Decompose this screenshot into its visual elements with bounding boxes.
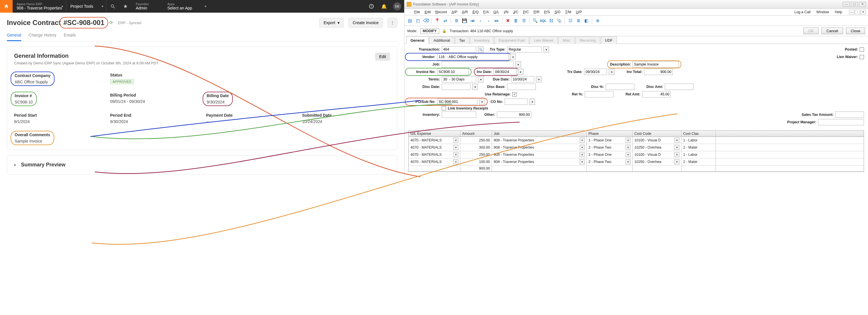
trash-icon[interactable]: 🗑: [512, 17, 520, 24]
lien-waiver-checkbox[interactable]: [860, 55, 864, 59]
attach-icon[interactable]: 📎: [555, 17, 563, 24]
menu-help[interactable]: Help: [832, 9, 844, 15]
formtab-additional[interactable]: Additional: [429, 36, 454, 44]
avatar[interactable]: DE: [393, 2, 401, 10]
disc-base-input[interactable]: [507, 84, 536, 90]
grid-row[interactable]: 4070 - MATERIALS▾100.00908 - Traverse Pr…: [409, 159, 864, 166]
prev-icon[interactable]: ‹: [477, 17, 484, 24]
inv-date-drop[interactable]: ▾: [518, 69, 524, 75]
col-ph[interactable]: Phase: [587, 131, 632, 137]
co-no-input[interactable]: [505, 98, 528, 105]
job-drop[interactable]: ▾: [515, 61, 521, 67]
pin-icon[interactable]: 📍: [433, 17, 441, 24]
col-job[interactable]: Job: [492, 131, 587, 137]
inventory-input[interactable]: [442, 112, 476, 118]
export-button[interactable]: Export ▾: [319, 18, 344, 28]
menu-jc[interactable]: J/C: [510, 9, 521, 15]
col-cc[interactable]: Cost Code: [632, 131, 681, 137]
posted-checkbox[interactable]: [860, 48, 864, 52]
ret-amt-input[interactable]: [642, 91, 671, 97]
col-ccl[interactable]: Cost Clas: [681, 131, 716, 137]
favorites-menu[interactable]: Favorites Admin: [132, 0, 163, 12]
co-no-drop[interactable]: ▾: [529, 98, 535, 105]
checklist-icon[interactable]: ☑: [567, 17, 574, 24]
menu-window[interactable]: Window: [814, 9, 831, 15]
edit-button[interactable]: Edit: [375, 53, 390, 61]
create-invoice-button[interactable]: Create Invoice: [348, 18, 383, 28]
formtab-udf[interactable]: UDF: [601, 36, 617, 44]
menu-tm[interactable]: T/M: [563, 9, 574, 15]
list-icon[interactable]: ☰: [520, 17, 528, 24]
favorite-button[interactable]: ★: [119, 0, 132, 12]
disc-pct-input[interactable]: [606, 84, 634, 90]
mdi-close-button[interactable]: ✕: [861, 10, 866, 15]
mdi-minimize-button[interactable]: —: [849, 10, 854, 15]
terms-input[interactable]: [442, 76, 476, 83]
document-icon[interactable]: 🗎: [575, 17, 582, 24]
menu-up[interactable]: U/P: [574, 9, 584, 15]
globe-icon[interactable]: ⊕: [594, 17, 601, 24]
inv-date-input[interactable]: [494, 69, 517, 75]
last-icon[interactable]: ⏭: [493, 17, 500, 24]
po-sub-drop[interactable]: ▾: [479, 98, 485, 105]
grid-row[interactable]: 4070 - MATERIALS▾250.00908 - Traverse Pr…: [409, 137, 864, 144]
delete-box-icon[interactable]: ⌫: [422, 17, 430, 24]
menu-pr[interactable]: P/R: [531, 9, 542, 15]
project-manager-input[interactable]: [818, 119, 864, 125]
menu-ap[interactable]: A/P: [449, 9, 460, 15]
menu-pc[interactable]: P/C: [521, 9, 531, 15]
trx-date-input[interactable]: [584, 69, 607, 75]
grid-row[interactable]: 4070 - MATERIALS▾300.00908 - Traverse Pr…: [409, 144, 864, 151]
menu-ar[interactable]: A/R: [460, 9, 470, 15]
notifications-button[interactable]: 🔔: [378, 0, 391, 12]
window-icon[interactable]: ◰: [414, 17, 422, 24]
search-icon[interactable]: 🔍: [531, 17, 539, 24]
disc-date-input[interactable]: [442, 84, 470, 90]
ret-pct-input[interactable]: [585, 91, 613, 97]
swap-icon[interactable]: ⇄: [441, 17, 449, 24]
tools-selector[interactable]: Project Tools ▾: [66, 0, 106, 12]
link-inventory-checkbox[interactable]: [442, 106, 446, 110]
col-gl[interactable]: G/L Expense: [409, 131, 460, 137]
due-date-drop[interactable]: ▾: [536, 76, 541, 83]
minimize-button[interactable]: —: [843, 2, 849, 7]
formtab-general[interactable]: General: [406, 36, 429, 44]
project-selector[interactable]: Agave Demo ERP 908 - Traverse Properties…: [12, 0, 66, 12]
due-date-input[interactable]: [511, 76, 534, 83]
other-input[interactable]: [497, 112, 531, 118]
help-button[interactable]: ?: [365, 0, 378, 12]
trx-date-drop[interactable]: ▾: [609, 69, 615, 75]
ok-button[interactable]: OK: [803, 28, 818, 34]
menu-fa[interactable]: F/A: [481, 9, 491, 15]
disc-amt-input[interactable]: [665, 84, 693, 90]
inv-total-input[interactable]: [644, 69, 673, 75]
menu-log-a-call[interactable]: Log a Call: [792, 9, 813, 15]
tab-general[interactable]: General: [7, 30, 21, 41]
more-actions-button[interactable]: ⋮: [388, 18, 397, 28]
description-input[interactable]: [632, 61, 679, 67]
invoice-no-input[interactable]: [437, 69, 469, 75]
book-icon[interactable]: ▤: [406, 17, 414, 24]
close-window-button[interactable]: ✕: [859, 2, 866, 7]
search-button[interactable]: [106, 0, 119, 12]
col-amt[interactable]: Amount: [460, 131, 492, 137]
terms-drop[interactable]: ▾: [478, 76, 484, 83]
close-button[interactable]: Close: [846, 28, 865, 34]
trx-type-drop[interactable]: ▾: [544, 46, 549, 53]
grid-row[interactable]: 4070 - MATERIALS▾250.00908 - Traverse Pr…: [409, 151, 864, 159]
menu-record[interactable]: Record: [433, 9, 449, 15]
menu-in[interactable]: I/N: [501, 9, 510, 15]
cancel-x-icon[interactable]: ✖: [504, 17, 512, 24]
mdi-restore-button[interactable]: ▫: [855, 10, 860, 15]
transaction-lookup-button[interactable]: 🔍: [478, 46, 484, 53]
menu-edit[interactable]: Edit: [422, 9, 433, 15]
trx-type-input[interactable]: [507, 46, 541, 53]
tab-change-history[interactable]: Change History: [29, 30, 57, 41]
vendor-drop[interactable]: ▾: [510, 54, 516, 60]
menu-eq[interactable]: E/Q: [470, 9, 481, 15]
menu-gl[interactable]: G/L: [491, 9, 501, 15]
formtab-tax[interactable]: Tax: [455, 36, 469, 44]
maximize-button[interactable]: ▢: [851, 2, 858, 7]
summary-preview-card[interactable]: › Summary Preview: [7, 155, 397, 174]
new-icon[interactable]: 🗎: [453, 17, 460, 24]
